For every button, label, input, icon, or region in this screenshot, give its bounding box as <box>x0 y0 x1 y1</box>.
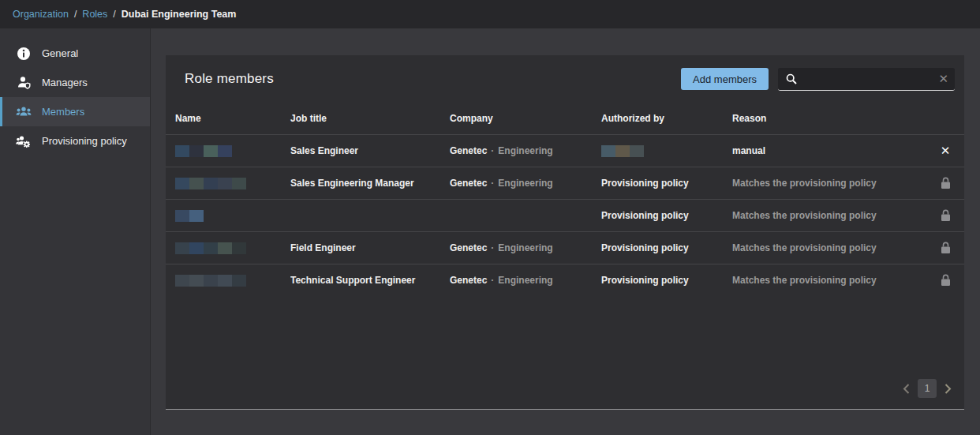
redacted-name <box>175 178 290 189</box>
reason-cell: Matches the provisioning policy <box>732 275 930 286</box>
table-row[interactable]: Sales Engineering Manager Genetec·Engine… <box>166 167 964 199</box>
company-cell: Genetec·Engineering <box>450 178 601 189</box>
authorized-by-cell: Provisioning policy <box>601 242 732 253</box>
reason-cell: Matches the provisioning policy <box>732 242 930 253</box>
column-header-job-title[interactable]: Job title <box>290 113 450 124</box>
job-title-cell: Sales Engineering Manager <box>290 178 450 189</box>
sidebar: General Managers Members Provisioning po… <box>0 28 151 435</box>
company-cell: Genetec·Engineering <box>450 275 601 286</box>
sidebar-item-managers[interactable]: Managers <box>0 68 150 97</box>
table-row[interactable]: Provisioning policy Matches the provisio… <box>166 199 964 231</box>
breadcrumb-separator: / <box>74 9 77 20</box>
column-header-name[interactable]: Name <box>175 113 290 124</box>
main-content: Role members Add members ✕ Name Job titl… <box>151 28 980 435</box>
column-header-company[interactable]: Company <box>450 113 601 124</box>
sidebar-item-label: General <box>42 47 78 59</box>
search-input[interactable] <box>803 73 938 84</box>
clear-search-icon[interactable]: ✕ <box>938 73 948 84</box>
add-members-button[interactable]: Add members <box>681 68 769 90</box>
sidebar-item-label: Members <box>42 106 84 118</box>
page-number-button[interactable]: 1 <box>918 379 937 398</box>
manager-shield-icon <box>16 75 32 91</box>
redacted-authorized-by <box>601 145 732 157</box>
reason-cell: Matches the provisioning policy <box>732 210 930 221</box>
table-header: Name Job title Company Authorized by Rea… <box>166 103 964 134</box>
sidebar-item-label: Managers <box>42 77 88 88</box>
table-row[interactable]: Sales Engineer Genetec·Engineering manua… <box>166 134 964 167</box>
remove-member-icon[interactable]: ✕ <box>941 144 951 158</box>
job-title-cell: Technical Support Engineer <box>290 275 450 286</box>
redacted-name <box>175 275 290 287</box>
breadcrumb-separator: / <box>113 9 115 20</box>
lock-icon <box>941 177 951 189</box>
members-group-icon <box>16 104 32 120</box>
next-page-icon[interactable] <box>944 384 952 394</box>
provisioning-gear-icon <box>16 133 32 149</box>
sidebar-item-label: Provisioning policy <box>42 135 127 147</box>
lock-icon <box>941 209 951 222</box>
breadcrumb: Organization / Roles / Dubai Engineering… <box>0 0 980 28</box>
breadcrumb-organization[interactable]: Organization <box>13 9 69 20</box>
breadcrumb-roles[interactable]: Roles <box>82 9 107 20</box>
lock-icon <box>941 242 951 254</box>
reason-cell: Matches the provisioning policy <box>732 178 930 189</box>
job-title-cell: Field Engineer <box>290 242 450 253</box>
company-cell: Genetec·Engineering <box>450 242 601 253</box>
table-row[interactable]: Field Engineer Genetec·Engineering Provi… <box>166 231 964 264</box>
reason-cell: manual <box>732 145 930 156</box>
previous-page-icon[interactable] <box>903 384 910 394</box>
sidebar-item-members[interactable]: Members <box>0 97 150 126</box>
redacted-name <box>175 145 290 157</box>
breadcrumb-current-page: Dubai Engineering Team <box>122 9 237 20</box>
authorized-by-cell: Provisioning policy <box>601 275 732 286</box>
authorized-by-cell: Provisioning policy <box>601 178 732 189</box>
column-header-authorized-by[interactable]: Authorized by <box>601 113 732 124</box>
redacted-name <box>175 242 290 254</box>
authorized-by-cell: Provisioning policy <box>601 210 732 221</box>
job-title-cell: Sales Engineer <box>290 145 450 156</box>
sidebar-item-general[interactable]: General <box>0 39 150 68</box>
table-row[interactable]: Technical Support Engineer Genetec·Engin… <box>166 264 964 296</box>
search-box: ✕ <box>778 68 955 91</box>
role-members-panel: Role members Add members ✕ Name Job titl… <box>166 55 964 410</box>
company-cell: Genetec·Engineering <box>450 145 601 156</box>
column-header-reason[interactable]: Reason <box>732 113 930 124</box>
redacted-name <box>175 210 290 222</box>
info-icon <box>16 46 32 62</box>
panel-header: Role members Add members ✕ <box>166 55 964 103</box>
page-title: Role members <box>185 71 274 87</box>
pagination: 1 <box>903 379 952 398</box>
search-icon <box>786 73 797 84</box>
lock-icon <box>941 274 951 287</box>
sidebar-item-provisioning-policy[interactable]: Provisioning policy <box>0 126 150 156</box>
